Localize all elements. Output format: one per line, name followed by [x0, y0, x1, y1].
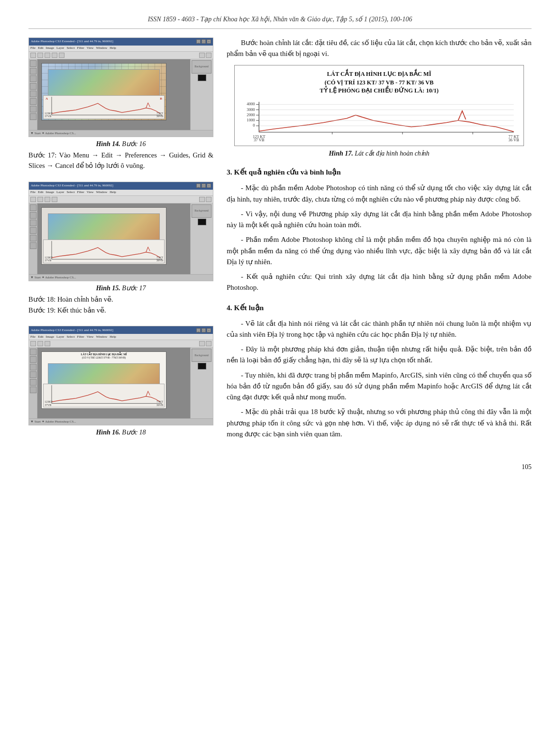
toolbar-btn[interactable] — [30, 197, 36, 202]
svg-text:2000: 2000 — [247, 113, 255, 117]
toolbar-btn[interactable] — [45, 341, 50, 346]
ps-titlebar-fig16: Adobe Photoshop CS3 Extended - [511 and … — [29, 326, 213, 334]
section4-para3: - Tuy nhiên, khi đã được trang bị phần m… — [227, 370, 532, 403]
tool-btn[interactable] — [30, 371, 37, 378]
left-column: Adobe Photoshop CS3 Extended - [511 and … — [28, 37, 213, 448]
toolbar-btn[interactable] — [206, 197, 211, 202]
tool-btn[interactable] — [30, 91, 37, 97]
tool-btn[interactable] — [30, 364, 37, 370]
toolbar-btn[interactable] — [206, 341, 211, 346]
step19-text: Bước 19: Kết thúc bản vẽ. — [28, 305, 213, 315]
svg-text:0: 0 — [253, 124, 255, 128]
color-swatch — [198, 363, 206, 369]
figure-17-block: LÁT CẮT ĐỊA HÌNH LỤC ĐỊA BẮC MĨ (CÓ VỊ T… — [234, 65, 524, 146]
toolbar-btn[interactable] — [45, 197, 50, 202]
toolbar-btn[interactable] — [199, 53, 205, 58]
tool-btn[interactable] — [30, 98, 37, 105]
ps-menubar-fig14: File Edit Image Layer Select Filter View… — [29, 46, 213, 52]
toolbar-btn[interactable] — [199, 341, 205, 346]
tool-btn[interactable] — [30, 75, 37, 82]
ps-statusbar-fig15: ▼ Start ✦ Adobe Photoshop CS... — [29, 274, 213, 281]
figure-14-image: Adobe Photoshop CS3 Extended - [511 and … — [28, 37, 213, 137]
section3-para2: - Vì vậy, nội dung về Phương pháp xây dự… — [227, 209, 532, 231]
toolbar-btn[interactable] — [37, 197, 43, 202]
page-header: ISSN 1859 - 4603 - Tạp chí Khoa học Xã h… — [28, 14, 532, 29]
tool-btn[interactable] — [30, 387, 37, 393]
section4-heading: 4. Kết luận — [227, 302, 532, 313]
ps-left-tools-fig15 — [29, 203, 37, 274]
section3-para4: - Kết quả nghiên cứu: Qui trình xây dựng… — [227, 271, 532, 294]
ps-menubar-fig16: File Edit Image Layer Select Filter View… — [29, 334, 213, 340]
tool-btn[interactable] — [30, 83, 37, 90]
ps-left-tools — [29, 59, 37, 130]
tool-btn[interactable] — [30, 235, 37, 241]
close-btn[interactable]: × — [207, 184, 211, 188]
step17-text: Bước 17: Vào Menu → Edit → Preferences →… — [28, 150, 213, 171]
section3-para3: - Phần mềm Adobe Photoshop không chỉ là … — [227, 234, 532, 267]
toolbar-btn[interactable] — [37, 53, 43, 58]
tool-btn[interactable] — [30, 349, 37, 355]
ps-left-tools-fig16 — [29, 348, 37, 418]
ps-toolbar-fig16 — [29, 340, 213, 348]
ps-canvas-fig15: 123KT37VB 77KT36VB — [41, 207, 166, 265]
ps-right-panel-fig15: Background — [190, 203, 213, 274]
color-swatch — [198, 74, 206, 81]
fig17-chart: 4000 3000 2000 1000 0 123 KT 37 VB 77 KT… — [239, 99, 520, 142]
figure-15-image: Adobe Photoshop CS3 Extended - [511 and … — [28, 182, 213, 281]
tool-btn[interactable] — [30, 60, 37, 67]
fig14-caption: Hình 14. Bước 16 — [28, 139, 213, 149]
ps-canvas-area: A B 123KT37VB 77KT36VB — [37, 59, 190, 130]
tool-btn[interactable] — [30, 356, 37, 363]
toolbar-btn[interactable] — [199, 197, 205, 202]
panel-box: Background — [192, 204, 211, 218]
panel-box: Background — [192, 349, 211, 362]
toolbar-btn[interactable] — [59, 53, 64, 58]
figure-16-image: Adobe Photoshop CS3 Extended - [511 and … — [28, 326, 213, 425]
figure-16-block: Adobe Photoshop CS3 Extended - [511 and … — [28, 326, 213, 437]
tool-btn[interactable] — [30, 379, 37, 386]
maximize-btn[interactable]: □ — [202, 39, 206, 44]
minimize-btn[interactable]: _ — [196, 39, 201, 44]
svg-text:4000: 4000 — [247, 102, 255, 107]
figure-15-block: Adobe Photoshop CS3 Extended - [511 and … — [28, 182, 213, 316]
toolbar-btn[interactable] — [30, 341, 36, 346]
ps-canvas-fig14: A B 123KT37VB 77KT36VB — [41, 63, 166, 120]
color-swatch — [198, 219, 206, 225]
svg-text:1000: 1000 — [247, 118, 255, 122]
toolbar-btn[interactable] — [37, 341, 43, 346]
tool-btn[interactable] — [30, 220, 37, 226]
ps-titlebar-fig14: Adobe Photoshop CS3 Extended - [511 and … — [29, 38, 213, 46]
tool-btn[interactable] — [30, 212, 37, 219]
toolbar-btn[interactable] — [45, 53, 50, 58]
tool-btn[interactable] — [30, 242, 37, 249]
toolbar-btn[interactable] — [52, 197, 57, 202]
section4-para1: - Vẽ lát cắt địa hình nói riêng và lát c… — [227, 318, 532, 341]
fig16-caption: Hình 16. Bước 18 — [28, 428, 213, 437]
maximize-btn[interactable]: □ — [202, 328, 206, 332]
tool-btn[interactable] — [30, 113, 37, 120]
minimize-btn[interactable]: _ — [196, 184, 201, 188]
close-btn[interactable]: × — [207, 39, 211, 44]
ps-menubar-fig15: File Edit Image Layer Select Filter View… — [29, 190, 213, 196]
figure-14-block: Adobe Photoshop CS3 Extended - [511 and … — [28, 37, 213, 171]
fig17-caption: Hình 17. Lát cắt địa hình hoàn chỉnh — [227, 149, 532, 158]
svg-text:36 VB: 36 VB — [508, 138, 519, 142]
ps-canvas-area-fig16: LÁT CẮT ĐỊA HÌNH LỤC ĐỊA BẮC MĨ (CÓ VỊ T… — [37, 348, 190, 418]
tool-btn[interactable] — [30, 68, 37, 74]
toolbar-btn[interactable] — [30, 53, 36, 58]
section4-para4: - Mặc dù phải trải qua 18 bước kỹ thuật,… — [227, 406, 532, 440]
ps-titlebar-fig15: Adobe Photoshop CS3 Extended - [511 and … — [29, 182, 213, 190]
toolbar-btn[interactable] — [52, 53, 57, 58]
minimize-btn[interactable]: _ — [196, 328, 201, 332]
maximize-btn[interactable]: □ — [202, 184, 206, 188]
close-btn[interactable]: × — [207, 328, 211, 332]
ps-toolbar-fig15 — [29, 196, 213, 203]
fig17-title: LÁT CẮT ĐỊA HÌNH LỤC ĐỊA BẮC MĨ (CÓ VỊ T… — [239, 70, 520, 95]
toolbar-btn[interactable] — [206, 53, 211, 58]
tool-btn[interactable] — [30, 204, 37, 211]
ps-statusbar: ▼ Start ✦ Adobe Photoshop CS... — [29, 130, 213, 137]
tool-btn[interactable] — [30, 106, 37, 112]
tool-btn[interactable] — [30, 227, 37, 234]
ps-canvas-area-fig15: 123KT37VB 77KT36VB — [37, 203, 190, 274]
section4-para2: - Đây là một phương pháp khá đơn giản, t… — [227, 344, 532, 366]
